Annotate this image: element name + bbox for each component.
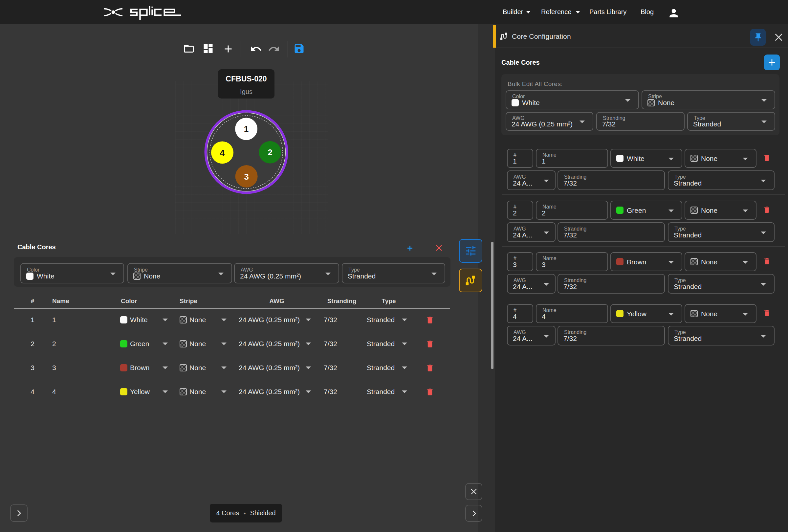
svg-text:3: 3 <box>244 172 249 182</box>
svg-text:4: 4 <box>220 148 225 158</box>
svg-text:2: 2 <box>268 147 272 157</box>
svg-text:1: 1 <box>244 124 249 134</box>
